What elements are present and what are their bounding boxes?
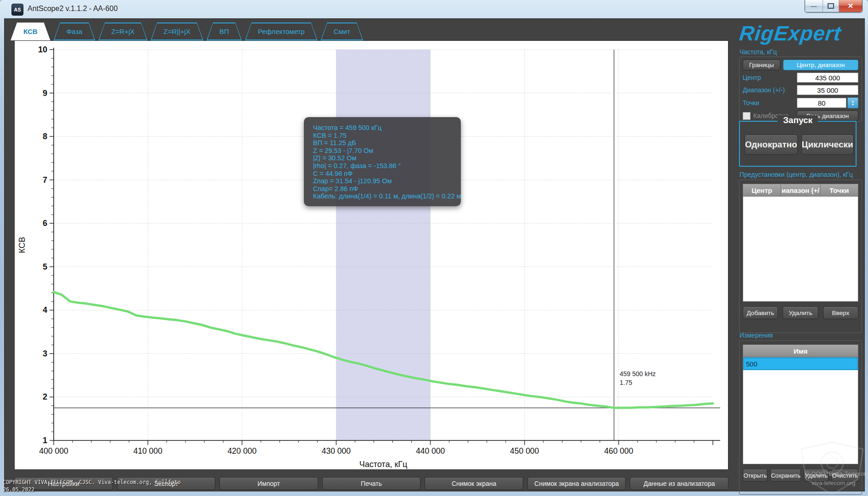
run-group-title: Запуск	[778, 115, 818, 125]
frequency-group: Границы Центр, диапазон Центр 435 000 Ди…	[739, 56, 862, 122]
y-tick-label: 7	[43, 175, 47, 185]
toolbar-button[interactable]: Снимок экрана анализатора	[527, 477, 626, 490]
tab-КСВ[interactable]: КСВ	[11, 23, 50, 40]
y-axis-title: КСВ	[17, 237, 27, 253]
tooltip-line: Zпар = 31.54 - j120.95 Ом	[313, 177, 461, 185]
measurements-col-name: Имя	[743, 344, 858, 357]
sidebar: RigExpert Частота, кГц Границы Центр, ди…	[733, 19, 864, 490]
center-span-mode-button[interactable]: Центр, диапазон	[783, 60, 858, 70]
measurements-table-body[interactable]: 500	[743, 357, 858, 464]
titlebar[interactable]: AS AntScope2 v.1.1.2 - AA-600 — ✕	[0, 0, 868, 18]
tooltip-line: КСВ = 1.75	[313, 132, 461, 140]
x-axis-title: Частота, кГц	[359, 460, 408, 469]
x-tick-label: 410 000	[134, 446, 163, 456]
tooltip-line: Частота = 459 500 кГц	[313, 124, 461, 132]
bounds-mode-button[interactable]: Границы	[743, 60, 780, 70]
x-tick-label: 420 000	[228, 446, 257, 456]
toolbar-button[interactable]: Данные из анализатора	[630, 477, 728, 490]
tooltip-line: ВП = 11.25 дБ	[313, 139, 461, 147]
presets-table-body[interactable]	[743, 197, 858, 302]
tab-label: ВП	[207, 23, 241, 39]
x-tick-label: 430 000	[322, 446, 351, 456]
window-controls: — ✕	[805, 0, 862, 12]
x-tick-label: 400 000	[39, 446, 68, 456]
run-cyclic-button[interactable]: Циклически	[801, 135, 854, 155]
app-icon: AS	[11, 4, 23, 16]
x-tick-label: 440 000	[416, 446, 445, 456]
measurements-group: Имя 500 Открыть Сохранить Удалить Очисти…	[739, 340, 862, 495]
cursor-annotation-line: 459 500 kHz	[620, 370, 656, 378]
swr-chart[interactable]: 400 000410 000420 000430 000440 000450 0…	[15, 41, 728, 469]
run-group: Запуск Однократно Циклически	[739, 121, 857, 167]
y-tick-label: 10	[38, 45, 47, 54]
presets-col-span: иапазон (+/	[781, 184, 820, 196]
center-label: Центр	[743, 74, 797, 81]
measurement-open-button[interactable]: Открыть	[743, 469, 767, 482]
y-tick-label: 2	[43, 392, 47, 401]
tab-label: КСВ	[11, 23, 50, 39]
tab-strip: КСВФазаZ=R+jXZ=R||+jXВПРефлектометрСмит	[11, 23, 363, 39]
cursor-annotation: 459 500 kHz1.75	[620, 370, 656, 387]
tooltip-line: Спар= 2.86 пФ	[313, 185, 461, 193]
tab-ВП[interactable]: ВП	[207, 23, 242, 40]
tab-Смит[interactable]: Смит	[321, 23, 363, 40]
span-input[interactable]: 35 000	[797, 85, 858, 95]
y-tick-label: 3	[43, 349, 47, 358]
calibration-checkbox[interactable]	[743, 112, 750, 120]
presets-col-points: Точки	[821, 184, 858, 196]
measurement-clear-button[interactable]: Очистить	[831, 469, 858, 482]
preset-add-button[interactable]: Добавить	[743, 306, 778, 319]
measurement-row-500[interactable]: 500	[743, 357, 858, 370]
tab-Рефлектометр[interactable]: Рефлектометр	[245, 23, 318, 40]
tooltip-line: |rho| = 0.27, фаза = -153.86 °	[313, 162, 461, 170]
measurement-save-button[interactable]: Сохранить	[770, 469, 801, 482]
preset-up-button[interactable]: Вверх	[823, 306, 858, 319]
y-tick-label: 1	[43, 436, 47, 445]
points-spinner[interactable]: ▲▼	[847, 97, 858, 108]
frequency-section-label: Частота, кГц	[739, 48, 777, 56]
copyright-overlay: COPYRIGHT VIVA-TELECOM, CJSC. Viva-telec…	[3, 479, 181, 493]
y-tick-label: 8	[43, 132, 47, 141]
y-tick-label: 6	[43, 219, 47, 228]
swr-chart-panel[interactable]: 400 000410 000420 000430 000440 000450 0…	[14, 40, 728, 470]
tab-Z=R||+jX[interactable]: Z=R||+jX	[151, 23, 203, 40]
presets-section-label: Предустановки (центр, диапазон), кГц	[739, 171, 853, 178]
tab-Z=R+jX[interactable]: Z=R+jX	[98, 23, 147, 40]
selection-band	[336, 50, 430, 440]
tab-label: Z=R||+jX	[151, 23, 202, 39]
tooltip-line: C = 44.98 пФ	[313, 170, 461, 178]
window-title: AntScope2 v.1.1.2 - AA-600	[28, 5, 118, 13]
presets-group: Центр иапазон (+/ Точки Добавить Удалить…	[739, 180, 862, 333]
points-label: Точки	[743, 99, 797, 107]
minimize-button[interactable]: —	[805, 0, 823, 12]
client-area: КСВФазаZ=R+jXZ=R||+jXВПРефлектометрСмит …	[4, 18, 865, 491]
tooltip-line: |Z| = 30.52 Ом	[313, 154, 461, 162]
toolbar-button[interactable]: Снимок экрана	[425, 477, 523, 490]
run-single-button[interactable]: Однократно	[745, 135, 798, 155]
y-tick-label: 4	[43, 305, 47, 315]
points-input[interactable]: 80	[797, 98, 846, 108]
tab-label: Рефлектометр	[246, 23, 317, 39]
toolbar-button[interactable]: Печать	[322, 477, 421, 490]
tab-label: Фаза	[55, 23, 95, 39]
measurement-delete-button[interactable]: Удалить	[804, 469, 829, 482]
close-button[interactable]: ✕	[839, 0, 862, 12]
cursor-annotation-line: 1.75	[620, 378, 656, 387]
measurement-tooltip: Частота = 459 500 кГцКСВ = 1.75ВП = 11.2…	[304, 117, 461, 206]
tooltip-line: Z = 29.53 - j7.70 Ом	[313, 147, 461, 155]
presets-col-center: Центр	[743, 184, 781, 196]
y-tick-label: 9	[43, 89, 47, 98]
span-label: Диапазон (+/-)	[743, 86, 797, 94]
x-tick-label: 450 000	[510, 446, 539, 456]
maximize-button[interactable]	[823, 0, 839, 12]
toolbar-button[interactable]: Импорт	[219, 477, 318, 490]
x-tick-label: 460 000	[604, 446, 633, 456]
center-input[interactable]: 435 000	[797, 73, 858, 83]
measurements-section-label: Измерения	[739, 332, 773, 339]
tab-Фаза[interactable]: Фаза	[54, 23, 95, 40]
spinner-up-icon: ▲	[851, 100, 855, 103]
preset-delete-button[interactable]: Удалить	[783, 306, 818, 319]
y-tick-label: 5	[43, 262, 47, 271]
maximize-icon	[828, 3, 834, 9]
rigexpert-logo: RigExpert	[738, 22, 842, 45]
